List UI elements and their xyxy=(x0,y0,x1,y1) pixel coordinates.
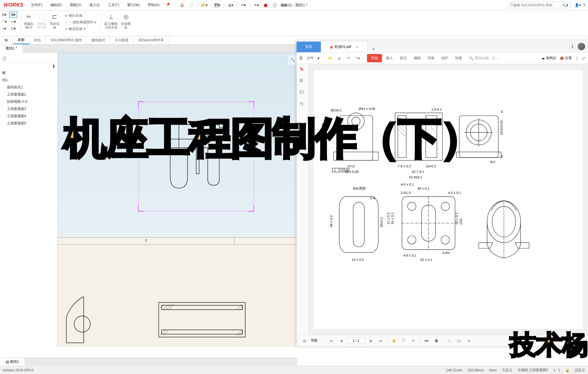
tree-sheet[interactable]: 纸1 xyxy=(1,76,56,84)
tab-parts[interactable]: 3DSource零件库 xyxy=(134,36,169,44)
print-icon[interactable]: 🖨▾ xyxy=(226,1,235,9)
last-page-icon[interactable]: ⏭ xyxy=(377,337,384,344)
menu-window[interactable]: 窗口(W) xyxy=(123,0,144,10)
single-page-icon[interactable]: ▯ xyxy=(446,337,453,344)
menu-view[interactable]: 视图(V) xyxy=(66,0,85,10)
print-icon[interactable]: 🖨 xyxy=(335,54,343,62)
pdf-home-tab[interactable]: 首页 xyxy=(297,42,321,52)
search-box[interactable]: ⓘ 🔍▾ xyxy=(507,2,571,8)
prev-page-icon[interactable]: ◀ xyxy=(338,337,344,344)
tool-line[interactable]: N▾ xyxy=(9,12,17,18)
thumbnail-icon[interactable]: 🖼 xyxy=(299,78,305,84)
sheet-tab[interactable]: ▤ 图纸1 xyxy=(0,358,25,365)
status-custom[interactable]: 自定义 xyxy=(575,368,585,373)
menu-insert[interactable]: 插入(I) xyxy=(85,0,104,10)
home-icon[interactable]: 🏠 xyxy=(178,1,186,9)
dropdown-icon[interactable]: ▾ xyxy=(318,56,319,60)
folder-icon[interactable]: 📁 xyxy=(326,54,334,62)
pattern-button[interactable]: ⋮⋮线性草图阵列▾ xyxy=(63,19,98,25)
tab-sketch[interactable]: 草图 xyxy=(13,36,29,44)
next-page-icon[interactable]: ▶ xyxy=(368,337,374,344)
search-icon[interactable]: 🔍▾ xyxy=(562,3,568,7)
menu-help[interactable]: 帮助(H) xyxy=(144,0,164,10)
tab-close-icon[interactable]: ✕ xyxy=(356,45,359,49)
page-input[interactable] xyxy=(347,338,365,344)
tab-format[interactable]: 图纸格式 xyxy=(87,36,110,44)
open-icon[interactable]: 📂▾ xyxy=(201,1,209,9)
user-icon[interactable]: 👤▾ xyxy=(575,3,581,7)
pdf-viewer-window[interactable]: 首页 ▣ 机座01.pdf ✕ + 1 ☰ 文件 ▾ 📁 🖨 ↶ ↷▾ 开始 插… xyxy=(297,40,588,346)
options-icon[interactable]: 📋 xyxy=(271,1,279,9)
zoom-icon[interactable]: 🔍 xyxy=(289,57,296,63)
tab-evaluate[interactable]: 评估 xyxy=(29,36,46,44)
search-input[interactable] xyxy=(513,3,562,7)
pdf-edit-menu[interactable]: 编辑 xyxy=(411,54,424,62)
offset-button[interactable]: ⊏ 等距实 体 xyxy=(48,12,61,30)
tool-arc[interactable]: ⊙▾ xyxy=(0,12,8,18)
zoom-in-icon[interactable]: ➕ xyxy=(433,337,440,344)
pdf-annotate-menu[interactable]: 批注 xyxy=(397,54,410,62)
rebuild-icon[interactable]: ⬤ xyxy=(262,1,270,9)
tree-root[interactable]: 解 xyxy=(1,69,56,76)
select-text-icon[interactable]: Ⓣ xyxy=(400,337,407,344)
pdf-protect-menu[interactable]: 保护 xyxy=(439,54,451,62)
menu-file[interactable]: 文件(F) xyxy=(27,0,46,10)
feature-tree[interactable]: 📋 ❯ 解 纸1 图纸格式1 工程图视图1 剖面视图 A-A 工程图视图3 工程… xyxy=(0,53,58,347)
tree-tool-icon[interactable]: 📋 xyxy=(2,56,7,60)
menu-icon[interactable]: ☰ xyxy=(299,56,303,60)
expand-icon[interactable]: ⤢ xyxy=(582,56,585,60)
tab-annotate[interactable]: 解 xyxy=(0,36,13,44)
tree-item[interactable]: 工程图视图1 xyxy=(1,91,56,98)
bookmark-icon[interactable]: 🔖 xyxy=(299,67,305,73)
tab-today[interactable]: 今日制造 xyxy=(110,36,134,44)
tool-poly[interactable]: ⬡▾ xyxy=(9,25,17,32)
question-icon[interactable]: ? xyxy=(583,3,585,7)
pdf-search[interactable]: 🔍 查找功能、文... xyxy=(469,56,498,61)
continuous-icon[interactable]: ≣ xyxy=(465,337,472,344)
tool-spline[interactable]: ⌒▾ xyxy=(0,18,8,25)
tree-item[interactable]: 工程图视图4 xyxy=(1,113,56,120)
status-scale[interactable]: 1 : 1 xyxy=(553,368,560,372)
more-icon[interactable]: ⋮ xyxy=(575,56,579,60)
save-icon[interactable]: 💾▾ xyxy=(214,1,222,9)
new-icon[interactable]: 📄 xyxy=(188,1,196,9)
attachment-icon[interactable]: 📎 xyxy=(299,102,305,107)
quick-button[interactable]: ◎ 快速捕 捉 xyxy=(119,12,132,30)
hand-icon[interactable]: ✋ xyxy=(390,337,397,344)
menu-edit[interactable]: 编辑(E) xyxy=(46,0,66,10)
undo-icon[interactable]: ↶▾ xyxy=(239,1,248,9)
tool-rect[interactable]: ▭▾ xyxy=(9,18,17,25)
sidebar-toggle-icon[interactable]: ▥ xyxy=(301,337,308,344)
tree-item[interactable]: 工程图视图5 xyxy=(1,120,56,127)
sync-button[interactable]: ☁ 未同步 xyxy=(541,56,556,61)
tool-ellipse[interactable]: ○▾ xyxy=(0,25,8,32)
comment-icon[interactable]: 💬 xyxy=(299,90,305,96)
view-icon[interactable]: 👁 xyxy=(410,337,417,344)
pdf-file-menu[interactable]: 文件 xyxy=(304,54,317,62)
tree-item[interactable]: 工程图视图3 xyxy=(1,105,56,113)
pdf-convert-menu[interactable]: 转换 xyxy=(452,54,465,62)
undo-icon[interactable]: ↶ xyxy=(344,54,353,62)
add-tab-icon[interactable]: + xyxy=(368,46,379,52)
status-lock-icon[interactable]: 🔒 xyxy=(565,368,570,372)
user-avatar[interactable] xyxy=(578,43,585,50)
display-button[interactable]: ⊥ 显示/删除 几何关系 xyxy=(102,12,119,30)
pdf-insert-menu[interactable]: 插入 xyxy=(383,54,396,62)
two-page-icon[interactable]: ▯▯ xyxy=(456,337,462,344)
share-button[interactable]: 📤 分享 xyxy=(560,56,572,61)
tree-collapse-icon[interactable]: ❯ xyxy=(52,64,55,68)
tab-plugins[interactable]: SOLIDWORKS 插件 xyxy=(46,36,87,44)
pdf-page-menu[interactable]: 页面 xyxy=(425,54,437,62)
document-tab[interactable]: 图纸1 * xyxy=(0,44,23,53)
pdf-file-tab[interactable]: ▣ 机座01.pdf ✕ xyxy=(321,41,368,52)
select-icon[interactable]: ↖▾ xyxy=(252,1,261,9)
tree-item[interactable]: 剖面视图 A-A xyxy=(1,98,56,105)
first-page-icon[interactable]: ⏮ xyxy=(328,337,335,344)
tree-item[interactable]: 图纸格式1 xyxy=(1,84,56,91)
redo-icon[interactable]: ↷▾ xyxy=(354,54,362,62)
mirror-button[interactable]: ⇔镜向实体 xyxy=(63,13,98,19)
trim-button[interactable]: ✂ 剪裁实 体(T) xyxy=(22,12,35,30)
menu-tools[interactable]: 工具(T) xyxy=(104,0,123,10)
zoom-out-icon[interactable]: ➖ xyxy=(423,337,430,344)
pdf-start-menu[interactable]: 开始 xyxy=(367,54,382,62)
